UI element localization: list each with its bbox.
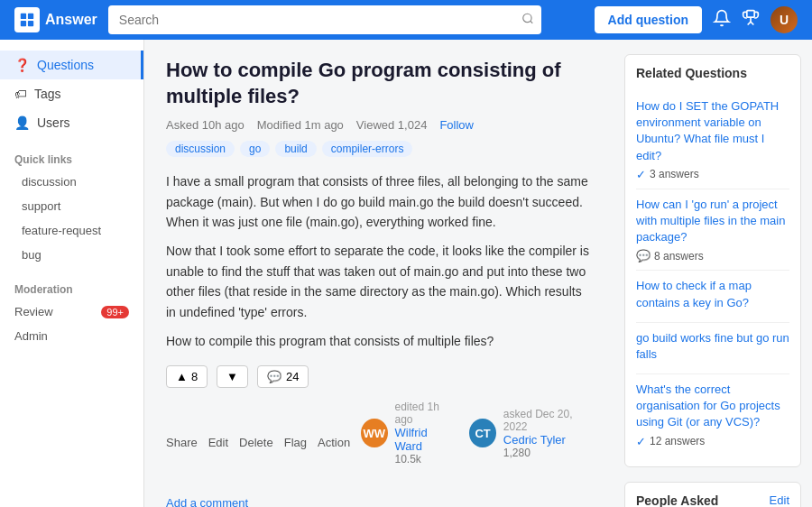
tag-discussion[interactable]: discussion xyxy=(166,141,235,157)
asker-info: asked Dec 20, 2022 Cedric Tyler 1,280 xyxy=(503,408,592,459)
related-count-0: ✓ 3 answers xyxy=(636,168,789,181)
quick-links-title: Quick links xyxy=(0,148,143,170)
svg-rect-1 xyxy=(28,14,33,19)
question-tags: discussion go build compiler-errors xyxy=(166,141,592,157)
sidebar-mod-review[interactable]: Review 99+ xyxy=(0,300,143,324)
delete-link[interactable]: Delete xyxy=(239,436,273,449)
upvote-icon: ▲ xyxy=(176,370,188,383)
sidebar-mod-admin[interactable]: Admin xyxy=(0,324,143,348)
check-circle-0: ✓ xyxy=(636,168,646,181)
modified-time: Modified 1m ago xyxy=(257,118,344,132)
sidebar-item-questions[interactable]: ❓ Questions xyxy=(0,51,143,79)
moderation-title: Moderation xyxy=(0,278,143,300)
related-item-3[interactable]: go build works fine but go run falls xyxy=(636,323,789,374)
search-bar xyxy=(108,5,541,34)
svg-rect-0 xyxy=(21,14,26,19)
sidebar: ❓ Questions 🏷 Tags 👤 Users Quick links d… xyxy=(0,40,144,507)
sidebar-link-support[interactable]: support xyxy=(0,194,143,218)
related-text-4: What's the correct organisation for Go p… xyxy=(636,382,789,431)
asker-avatar: CT xyxy=(469,419,495,447)
user-card-editor: WW edited 1h ago Wilfrid Ward 10.5k xyxy=(361,401,455,466)
action-link[interactable]: Action xyxy=(318,436,350,449)
sidebar-link-bug[interactable]: bug xyxy=(0,243,143,267)
people-asked-title: People Asked xyxy=(636,493,718,507)
related-item-1[interactable]: How can I 'go run' a project with multip… xyxy=(636,189,789,272)
right-sidebar: Related Questions How do I SET the GOPAT… xyxy=(614,40,812,507)
mod-admin-label: Admin xyxy=(14,329,48,343)
body-paragraph-1: I have a small program that consists of … xyxy=(166,171,592,232)
edit-link[interactable]: Edit xyxy=(208,436,228,449)
notifications-icon[interactable] xyxy=(713,9,731,32)
users-icon: 👤 xyxy=(14,115,30,130)
editor-avatar: WW xyxy=(361,419,387,447)
people-asked-edit[interactable]: Edit xyxy=(770,493,789,507)
sidebar-label-questions: Questions xyxy=(37,58,94,72)
check-circle-4: ✓ xyxy=(636,435,646,448)
user-card-asker: CT asked Dec 20, 2022 Cedric Tyler 1,280 xyxy=(469,401,592,466)
header: Answer Add question U xyxy=(0,0,812,40)
tag-go[interactable]: go xyxy=(240,141,270,157)
question-meta: Asked 10h ago Modified 1m ago Viewed 1,0… xyxy=(166,118,592,132)
user-cards: WW edited 1h ago Wilfrid Ward 10.5k CT a… xyxy=(361,401,592,466)
editor-action: edited 1h ago xyxy=(395,401,456,426)
tag-compiler-errors[interactable]: compiler-errors xyxy=(322,141,413,157)
upvote-count: 8 xyxy=(191,370,198,383)
related-item-0[interactable]: How do I SET the GOPATH environment vari… xyxy=(636,91,789,189)
related-item-4[interactable]: What's the correct organisation for Go p… xyxy=(636,374,789,456)
sidebar-item-users[interactable]: 👤 Users xyxy=(0,108,143,137)
upvote-button[interactable]: ▲ 8 xyxy=(166,365,208,388)
asker-action: asked Dec 20, 2022 xyxy=(503,408,592,433)
svg-rect-7 xyxy=(747,10,754,17)
related-count-4: ✓ 12 answers xyxy=(636,435,789,448)
avatar[interactable]: U xyxy=(770,6,798,33)
related-questions: Related Questions How do I SET the GOPAT… xyxy=(624,54,801,467)
svg-point-4 xyxy=(523,14,531,22)
vote-row: ▲ 8 ▼ 💬 24 xyxy=(166,365,592,388)
sidebar-link-feature-request[interactable]: feature-request xyxy=(0,218,143,243)
add-comment-link[interactable]: Add a comment xyxy=(166,496,592,507)
body-paragraph-2: Now that I took some effort to separate … xyxy=(166,241,592,322)
sidebar-item-tags[interactable]: 🏷 Tags xyxy=(0,79,143,108)
related-item-2[interactable]: How to check if a map contains a key in … xyxy=(636,271,789,322)
people-asked: People Asked Edit Invite people you thin… xyxy=(624,482,801,507)
svg-rect-3 xyxy=(28,21,33,26)
asker-name[interactable]: Cedric Tyler xyxy=(503,433,592,447)
logo[interactable]: Answer xyxy=(14,7,97,32)
asker-rep: 1,280 xyxy=(503,447,592,459)
related-text-2: How to check if a map contains a key in … xyxy=(636,278,789,310)
comment-button[interactable]: 💬 24 xyxy=(257,365,309,388)
sidebar-link-discussion[interactable]: discussion xyxy=(0,170,143,194)
related-text-1: How can I 'go run' a project with multip… xyxy=(636,197,789,246)
flag-link[interactable]: Flag xyxy=(284,436,307,449)
editor-name[interactable]: Wilfrid Ward xyxy=(395,426,456,453)
sidebar-label-tags: Tags xyxy=(34,87,61,101)
people-asked-header: People Asked Edit xyxy=(636,493,789,507)
comment-circle-1: 💬 xyxy=(636,249,651,263)
related-text-3: go build works fine but go run falls xyxy=(636,330,789,363)
svg-rect-2 xyxy=(21,21,26,26)
mod-review-badge: 99+ xyxy=(101,306,129,318)
related-title: Related Questions xyxy=(636,66,789,80)
editor-info: edited 1h ago Wilfrid Ward 10.5k xyxy=(395,401,456,466)
viewed-count: Viewed 1,024 xyxy=(356,118,428,132)
question-title: How to compile Go program consisting of … xyxy=(166,58,592,109)
questions-icon: ❓ xyxy=(14,58,30,72)
question-body: I have a small program that consists of … xyxy=(166,171,592,351)
share-link[interactable]: Share xyxy=(166,436,198,449)
add-question-button[interactable]: Add question xyxy=(595,6,702,33)
mod-review-label: Review xyxy=(14,305,53,318)
logo-text: Answer xyxy=(45,12,97,28)
trophy-icon[interactable] xyxy=(742,9,760,32)
related-count-1: 💬 8 answers xyxy=(636,249,789,263)
comment-count: 24 xyxy=(286,370,299,383)
follow-link[interactable]: Follow xyxy=(439,118,474,132)
comment-icon: 💬 xyxy=(267,370,281,383)
svg-line-5 xyxy=(531,21,533,23)
avatar-inner: U xyxy=(770,6,798,33)
downvote-button[interactable]: ▼ xyxy=(217,365,248,388)
action-row: Share Edit Delete Flag Action WW edited … xyxy=(166,401,592,484)
tag-build[interactable]: build xyxy=(275,141,316,157)
page: ❓ Questions 🏷 Tags 👤 Users Quick links d… xyxy=(0,40,812,507)
logo-icon xyxy=(14,7,40,32)
search-input[interactable] xyxy=(108,5,541,34)
